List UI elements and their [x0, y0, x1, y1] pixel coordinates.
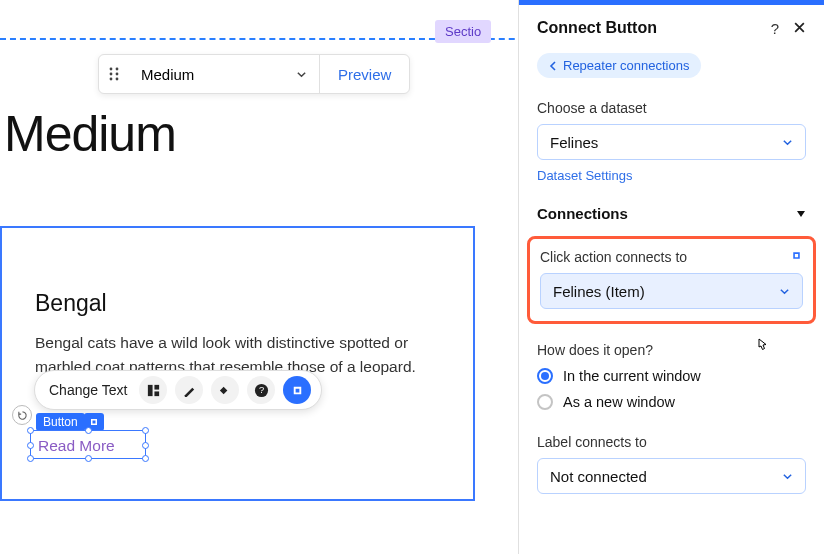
- label-connects-label: Label connects to: [537, 434, 806, 450]
- svg-point-0: [110, 68, 113, 71]
- radio-unselected-icon: [537, 394, 553, 410]
- chevron-down-icon: [296, 66, 307, 83]
- help-circle-icon[interactable]: ?: [247, 376, 275, 404]
- chevron-down-icon: [779, 286, 790, 297]
- label-connects-select[interactable]: Not connected: [537, 458, 806, 494]
- breakpoint-value: Medium: [141, 66, 194, 83]
- click-action-value: Felines (Item): [553, 283, 645, 300]
- svg-rect-8: [154, 391, 159, 396]
- resize-handle[interactable]: [27, 455, 34, 462]
- open-current-label: In the current window: [563, 368, 701, 384]
- open-new-option[interactable]: As a new window: [537, 394, 806, 410]
- dataset-select[interactable]: Felines: [537, 124, 806, 160]
- connection-indicator-icon: [790, 249, 803, 265]
- label-connects-value: Not connected: [550, 468, 647, 485]
- svg-point-1: [116, 68, 119, 71]
- breakpoint-toolbar: Medium Preview: [98, 54, 410, 94]
- help-icon[interactable]: ?: [771, 20, 779, 37]
- selection-outline: [30, 430, 146, 459]
- chevron-left-icon: [549, 61, 557, 71]
- preview-button[interactable]: Preview: [320, 66, 409, 83]
- element-type-badge: Button: [36, 413, 85, 431]
- item-title: Bengal: [35, 290, 107, 317]
- svg-rect-6: [148, 384, 153, 395]
- back-repeater-connections[interactable]: Repeater connections: [537, 53, 701, 78]
- resize-handle[interactable]: [27, 442, 34, 449]
- svg-point-3: [116, 73, 119, 76]
- panel-title: Connect Button: [537, 19, 657, 37]
- triangle-down-icon: [796, 209, 806, 219]
- click-action-select[interactable]: Felines (Item): [540, 273, 803, 309]
- choose-dataset-label: Choose a dataset: [537, 100, 806, 116]
- click-action-highlight: Click action connects to Felines (Item): [527, 236, 816, 324]
- element-edit-toolbar: Change Text ?: [34, 370, 322, 410]
- undo-history-icon[interactable]: [12, 405, 32, 425]
- connections-header[interactable]: Connections: [537, 205, 806, 222]
- connect-data-icon[interactable]: [283, 376, 311, 404]
- resize-handle[interactable]: [142, 455, 149, 462]
- close-icon[interactable]: [793, 20, 806, 37]
- resize-handle[interactable]: [142, 442, 149, 449]
- connections-header-label: Connections: [537, 205, 628, 222]
- resize-handle[interactable]: [85, 455, 92, 462]
- svg-point-2: [110, 73, 113, 76]
- cursor-pointer-icon: [754, 337, 770, 358]
- radio-selected-icon: [537, 368, 553, 384]
- chevron-down-icon: [782, 471, 793, 482]
- change-text-button[interactable]: Change Text: [45, 382, 131, 398]
- animation-icon[interactable]: [211, 376, 239, 404]
- connect-panel: Connect Button ? Repeater connections Ch…: [518, 0, 824, 554]
- repeater-item[interactable]: Bengal Bengal cats have a wild look with…: [0, 226, 475, 501]
- layout-icon[interactable]: [139, 376, 167, 404]
- click-action-label: Click action connects to: [540, 249, 687, 265]
- chevron-down-icon: [782, 137, 793, 148]
- resize-handle[interactable]: [85, 427, 92, 434]
- back-label: Repeater connections: [563, 58, 689, 73]
- dataset-select-value: Felines: [550, 134, 598, 151]
- breakpoint-dropdown[interactable]: Medium: [129, 66, 319, 83]
- design-icon[interactable]: [175, 376, 203, 404]
- open-current-option[interactable]: In the current window: [537, 368, 806, 384]
- resize-handle[interactable]: [142, 427, 149, 434]
- svg-point-5: [116, 78, 119, 81]
- open-new-label: As a new window: [563, 394, 675, 410]
- panel-header: Connect Button ?: [519, 5, 824, 49]
- svg-point-4: [110, 78, 113, 81]
- section-badge: Sectio: [435, 20, 491, 43]
- resize-handle[interactable]: [27, 427, 34, 434]
- drag-handle-icon[interactable]: [99, 67, 129, 81]
- dataset-settings-link[interactable]: Dataset Settings: [537, 168, 806, 183]
- svg-rect-7: [154, 384, 159, 389]
- svg-text:?: ?: [259, 385, 264, 395]
- page-title: Medium: [4, 105, 176, 163]
